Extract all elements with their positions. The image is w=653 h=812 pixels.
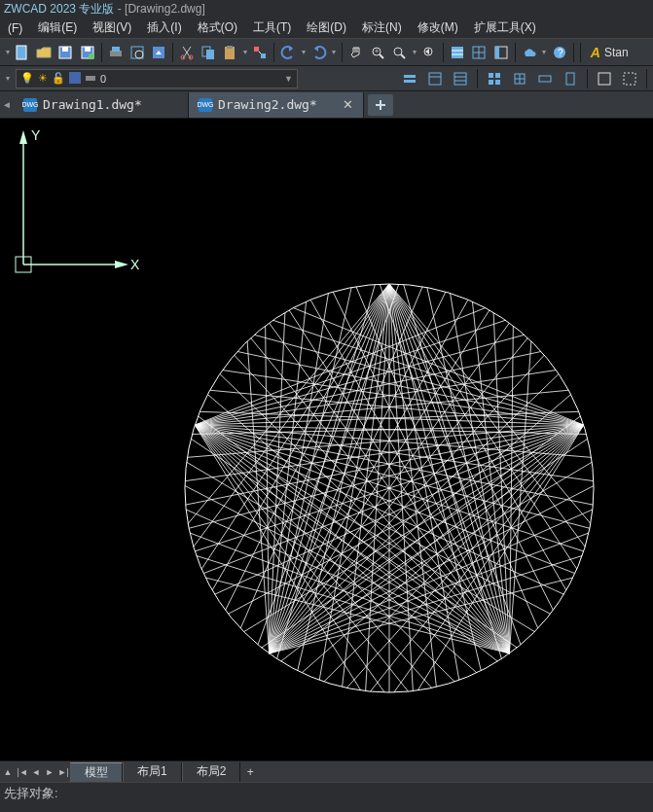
publish-button[interactable] bbox=[149, 42, 168, 63]
svg-rect-2 bbox=[62, 47, 68, 52]
block-btn-3[interactable] bbox=[534, 68, 556, 89]
menu-tools[interactable]: 工具(T) bbox=[245, 17, 299, 39]
svg-line-20 bbox=[380, 54, 383, 58]
sep bbox=[573, 43, 574, 62]
menu-modify[interactable]: 修改(M) bbox=[410, 17, 466, 39]
save-button[interactable] bbox=[55, 42, 75, 63]
zoom-window-button[interactable] bbox=[389, 42, 409, 63]
layout-add-button[interactable]: + bbox=[240, 762, 260, 782]
tool-palettes-button[interactable] bbox=[491, 42, 511, 63]
open-button[interactable] bbox=[34, 42, 54, 63]
redo-button[interactable] bbox=[309, 42, 329, 63]
properties-button[interactable] bbox=[448, 42, 467, 63]
text-style-selector[interactable]: A bbox=[585, 42, 649, 63]
menu-annotate[interactable]: 标注(N) bbox=[354, 17, 410, 39]
svg-rect-32 bbox=[495, 47, 499, 58]
layout-prev[interactable]: ◄ bbox=[29, 762, 43, 782]
layout-tab-1[interactable]: 布局1 bbox=[123, 762, 182, 782]
layout-tab-2[interactable]: 布局2 bbox=[182, 762, 241, 782]
help-button[interactable]: ? bbox=[550, 42, 569, 63]
toolbar-drop-1[interactable]: ▾ bbox=[4, 42, 11, 63]
layer-name: 0 bbox=[100, 73, 106, 85]
pan-button[interactable] bbox=[346, 42, 366, 63]
svg-rect-7 bbox=[112, 47, 120, 52]
drawing-canvas[interactable]: Y X bbox=[0, 119, 653, 760]
layer-left-group: ▾ 💡 ☀ 🔓 0 ▼ bbox=[4, 68, 298, 89]
layout-last[interactable]: ►| bbox=[56, 762, 70, 782]
caret-down-icon: ▼ bbox=[284, 74, 293, 84]
title-sep: - bbox=[118, 2, 125, 16]
print-layer-icon bbox=[85, 72, 96, 86]
menu-edit[interactable]: 编辑(E) bbox=[30, 17, 85, 39]
sep bbox=[580, 43, 581, 62]
svg-rect-53 bbox=[599, 73, 610, 85]
group-btn-2[interactable] bbox=[619, 68, 640, 89]
file-tab-drawing2[interactable]: DWG Drawing2.dwg* ✕ bbox=[189, 92, 364, 118]
zoom-drop[interactable]: ▾ bbox=[411, 42, 417, 63]
menu-file[interactable]: (F) bbox=[0, 18, 30, 38]
plus-icon bbox=[374, 98, 387, 112]
print-preview-button[interactable] bbox=[127, 42, 147, 63]
axis-y-label: Y bbox=[31, 127, 41, 143]
svg-rect-54 bbox=[624, 73, 635, 85]
tab-nav-prev[interactable]: ◄ bbox=[0, 92, 14, 118]
layout-tab-model[interactable]: 模型 bbox=[70, 762, 123, 782]
copy-button[interactable] bbox=[199, 42, 218, 63]
layout-menu-button[interactable]: ▲ bbox=[0, 762, 16, 782]
block-btn-2[interactable] bbox=[509, 68, 530, 89]
svg-rect-4 bbox=[85, 47, 91, 52]
paste-drop[interactable]: ▾ bbox=[241, 42, 248, 63]
close-tab-icon[interactable]: ✕ bbox=[343, 97, 353, 112]
layer-btn-3[interactable] bbox=[450, 68, 471, 89]
layer-color-icon bbox=[69, 72, 81, 86]
bulb-icon: 💡 bbox=[20, 72, 34, 85]
undo-drop[interactable]: ▾ bbox=[300, 42, 307, 63]
design-center-button[interactable] bbox=[469, 42, 489, 63]
saveas-button[interactable] bbox=[78, 42, 97, 63]
layout-next[interactable]: ► bbox=[43, 762, 56, 782]
file-tab-label: Drawing1.dwg* bbox=[43, 97, 142, 112]
svg-line-160 bbox=[254, 335, 583, 425]
block-btn-1[interactable] bbox=[484, 68, 505, 89]
zoom-realtime-button[interactable]: + bbox=[368, 42, 387, 63]
svg-text:?: ? bbox=[558, 48, 563, 58]
layer-drop-1[interactable]: ▾ bbox=[4, 68, 12, 89]
match-prop-button[interactable] bbox=[250, 42, 270, 63]
sep bbox=[273, 43, 274, 62]
redo-drop[interactable]: ▾ bbox=[331, 42, 338, 63]
sep bbox=[515, 43, 516, 62]
sun-icon: ☀ bbox=[38, 72, 48, 85]
app-name: ZWCAD 2023 专业版 bbox=[4, 2, 114, 16]
cloud-button[interactable] bbox=[519, 42, 538, 63]
group-btn-1[interactable] bbox=[594, 68, 615, 89]
menu-draw[interactable]: 绘图(D) bbox=[299, 17, 354, 39]
file-tab-label: Drawing2.dwg* bbox=[218, 97, 317, 112]
svg-point-12 bbox=[189, 55, 193, 59]
zoom-prev-button[interactable] bbox=[419, 42, 439, 63]
svg-rect-37 bbox=[404, 75, 416, 78]
layer-btn-1[interactable] bbox=[399, 68, 420, 89]
new-tab-button[interactable] bbox=[368, 94, 393, 116]
layout-tabs: ▲ |◄ ◄ ► ►| 模型 布局1 布局2 + bbox=[0, 760, 653, 782]
menu-format[interactable]: 格式(O) bbox=[190, 17, 245, 39]
layout-first[interactable]: |◄ bbox=[16, 762, 29, 782]
paste-button[interactable] bbox=[220, 42, 239, 63]
svg-line-23 bbox=[401, 54, 405, 58]
print-button[interactable] bbox=[106, 42, 126, 63]
cut-button[interactable] bbox=[177, 42, 197, 63]
cloud-drop[interactable]: ▾ bbox=[541, 42, 548, 63]
svg-rect-8 bbox=[131, 47, 143, 58]
lock-icon: 🔓 bbox=[52, 72, 65, 85]
main-toolbar: ▾ ▾ ▾ ▾ + ▾ ▾ ? A bbox=[0, 39, 653, 66]
layer-combo[interactable]: 💡 ☀ 🔓 0 ▼ bbox=[16, 69, 298, 88]
undo-button[interactable] bbox=[278, 42, 298, 63]
command-line[interactable]: 先择对象: bbox=[0, 782, 653, 801]
text-style-input[interactable] bbox=[604, 46, 643, 59]
menu-ext[interactable]: 扩展工具(X) bbox=[466, 17, 544, 39]
block-btn-4[interactable] bbox=[560, 68, 581, 89]
menu-view[interactable]: 视图(V) bbox=[85, 17, 139, 39]
menu-insert[interactable]: 插入(I) bbox=[139, 17, 189, 39]
new-button[interactable] bbox=[13, 42, 32, 63]
file-tab-drawing1[interactable]: DWG Drawing1.dwg* bbox=[14, 92, 189, 118]
layer-btn-2[interactable] bbox=[424, 68, 446, 89]
